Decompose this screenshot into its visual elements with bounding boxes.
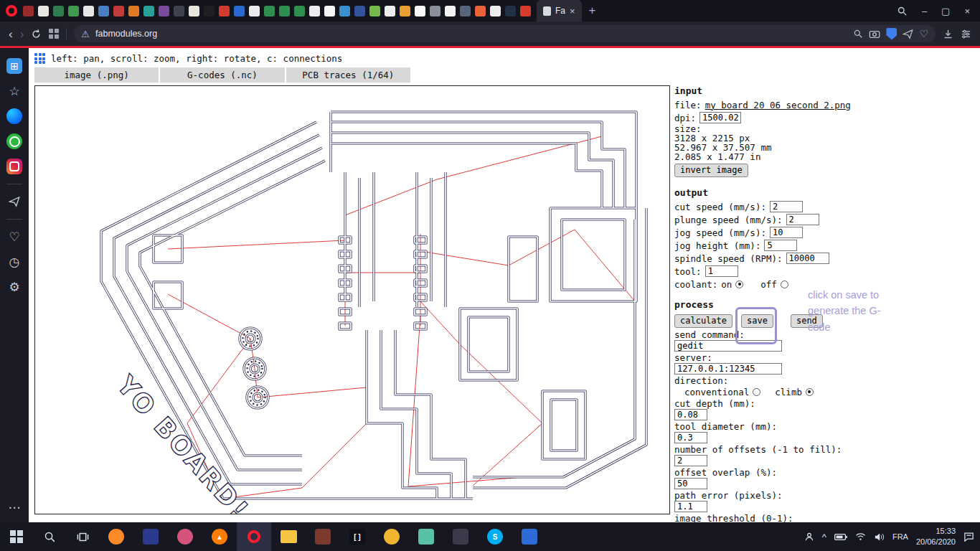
- sidebar-more-icon[interactable]: ⋯: [6, 499, 22, 515]
- new-tab-button[interactable]: +: [582, 4, 603, 18]
- battery-icon[interactable]: [834, 533, 847, 541]
- adblock-shield-icon[interactable]: [886, 28, 897, 40]
- tab-search-icon[interactable]: [897, 6, 908, 17]
- active-browser-tab[interactable]: Fa ×: [537, 0, 582, 22]
- taskbar-app-firefox-icon[interactable]: [99, 522, 133, 551]
- browser-tab-favicon[interactable]: [38, 6, 49, 17]
- browser-tab-favicon[interactable]: [520, 6, 531, 17]
- tab-pcb-traces[interactable]: PCB traces (1/64): [286, 67, 410, 83]
- volume-icon[interactable]: [874, 532, 885, 542]
- browser-tab-favicon[interactable]: [475, 6, 486, 17]
- zoom-icon[interactable]: [853, 29, 863, 39]
- direction-climb-radio[interactable]: [806, 388, 814, 396]
- plunge-speed-input[interactable]: [786, 214, 819, 225]
- browser-tab-favicon[interactable]: [490, 6, 501, 17]
- taskbar-app-chrome-icon[interactable]: [374, 522, 409, 551]
- browser-tab-favicon[interactable]: [400, 6, 410, 17]
- browser-tab-favicon[interactable]: [249, 6, 260, 17]
- send-command-input[interactable]: [674, 340, 782, 352]
- downloads-icon[interactable]: [943, 29, 953, 39]
- browser-tab-favicon[interactable]: [460, 6, 471, 17]
- browser-tab-favicon[interactable]: [219, 6, 230, 17]
- url-field[interactable]: ⚠ fabmodules.org ♡: [74, 25, 936, 42]
- messenger-icon[interactable]: [6, 108, 22, 124]
- browser-tab-favicon[interactable]: [309, 6, 320, 17]
- coolant-off-radio[interactable]: [781, 281, 788, 288]
- browser-tab-favicon[interactable]: [113, 6, 124, 17]
- browser-tab-favicon[interactable]: [339, 6, 350, 17]
- start-button[interactable]: [0, 522, 33, 551]
- forward-button[interactable]: ›: [20, 28, 24, 40]
- taskbar-app-recorder-icon[interactable]: [443, 522, 478, 551]
- browser-tab-favicon[interactable]: [324, 6, 335, 17]
- taskbar-app-media-icon[interactable]: [512, 522, 547, 551]
- people-icon[interactable]: [804, 532, 814, 542]
- browser-tab-favicon[interactable]: [143, 6, 154, 17]
- browser-tab-favicon[interactable]: [445, 6, 456, 17]
- show-hidden-icons-caret[interactable]: ^: [822, 532, 826, 542]
- taskbar-app-skype-icon[interactable]: S: [478, 522, 512, 551]
- pcb-canvas[interactable]: YO BOARD!: [34, 85, 670, 514]
- taskbar-app-code-icon[interactable]: [ ]: [340, 522, 374, 551]
- close-window-icon[interactable]: ×: [964, 6, 970, 17]
- taskbar-search-button[interactable]: [33, 522, 66, 551]
- invert-image-button[interactable]: invert image: [674, 164, 748, 177]
- opera-logo-icon[interactable]: [6, 5, 17, 17]
- likes-heart-icon[interactable]: ♡: [6, 229, 22, 245]
- taskbar-app-opera-icon[interactable]: [237, 522, 271, 551]
- cut-depth-input[interactable]: [674, 409, 707, 420]
- speed-dial-icon[interactable]: [49, 29, 59, 39]
- taskbar-app-vlc-icon[interactable]: ▲: [202, 522, 237, 551]
- instagram-icon[interactable]: [6, 159, 22, 174]
- taskbar-app-reader-icon[interactable]: [306, 522, 340, 551]
- save-to-collection-heart-icon[interactable]: ♡: [919, 28, 928, 39]
- reload-icon[interactable]: [31, 29, 42, 39]
- task-view-button[interactable]: [66, 522, 99, 551]
- snapshot-camera-icon[interactable]: [869, 29, 880, 39]
- browser-tab-favicon[interactable]: [53, 6, 64, 17]
- save-button[interactable]: save: [741, 314, 773, 328]
- browser-tab-favicon[interactable]: [204, 6, 215, 17]
- browser-tab-favicon[interactable]: [385, 6, 395, 17]
- spindle-speed-input[interactable]: [786, 253, 829, 264]
- back-button[interactable]: ‹: [9, 28, 13, 40]
- jog-height-input[interactable]: [764, 240, 797, 251]
- site-not-secure-icon[interactable]: ⚠: [81, 29, 90, 39]
- my-flow-plane-icon[interactable]: [6, 194, 22, 209]
- minimize-window-icon[interactable]: –: [922, 6, 927, 17]
- tab-image-png[interactable]: image (.png): [34, 67, 159, 83]
- coolant-on-radio[interactable]: [735, 281, 743, 288]
- taskbar-clock[interactable]: 15:33 20/06/2020: [916, 526, 956, 547]
- network-wifi-icon[interactable]: [855, 532, 866, 541]
- tab-gcodes-nc[interactable]: G-codes (.nc): [160, 67, 284, 83]
- bookmarks-star-icon[interactable]: ☆: [6, 83, 22, 99]
- browser-tab-favicon[interactable]: [430, 6, 440, 17]
- taskbar-app-photos-icon[interactable]: [409, 522, 443, 551]
- path-error-input[interactable]: [674, 501, 707, 512]
- taskbar-app-mail-icon[interactable]: [133, 522, 168, 551]
- settings-gear-icon[interactable]: ⚙: [6, 279, 22, 295]
- browser-tab-favicon[interactable]: [68, 6, 79, 17]
- browser-tab-favicon[interactable]: [174, 6, 184, 17]
- browser-tab-favicon[interactable]: [279, 6, 290, 17]
- language-indicator[interactable]: FRA: [892, 532, 908, 541]
- browser-tab-favicon[interactable]: [159, 6, 169, 17]
- number-of-offsets-input[interactable]: [674, 455, 707, 466]
- tool-input[interactable]: [705, 265, 738, 277]
- whatsapp-icon[interactable]: [6, 133, 22, 149]
- dpi-input[interactable]: [699, 112, 741, 123]
- maximize-window-icon[interactable]: ▢: [941, 6, 950, 17]
- browser-tab-favicon[interactable]: [128, 6, 139, 17]
- cut-speed-input[interactable]: [770, 201, 803, 212]
- browser-tab-favicon[interactable]: [369, 6, 380, 17]
- tool-diameter-input[interactable]: [674, 432, 707, 443]
- taskbar-app-file-explorer-icon[interactable]: [271, 522, 306, 551]
- browser-tab-favicon[interactable]: [98, 6, 109, 17]
- direction-conventional-radio[interactable]: [753, 388, 760, 396]
- history-clock-icon[interactable]: ◷: [6, 254, 22, 270]
- server-input[interactable]: [674, 363, 782, 375]
- browser-tab-favicon[interactable]: [83, 6, 94, 17]
- calculate-button[interactable]: calculate: [674, 314, 732, 328]
- speed-dial-home-icon[interactable]: ⊞: [6, 58, 22, 74]
- tab-close-icon[interactable]: ×: [570, 6, 575, 17]
